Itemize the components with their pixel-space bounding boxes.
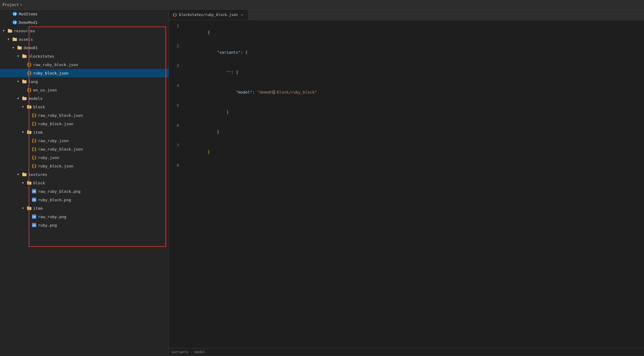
chevron-lang bbox=[16, 79, 21, 84]
sidebar-inner: C# ModItems C# DemoMod1 bbox=[0, 10, 169, 229]
ruby-block-json-2-label: ruby_block.json bbox=[38, 122, 73, 126]
token: { bbox=[207, 30, 210, 35]
token: "model" bbox=[207, 90, 252, 94]
breadcrumb-bar: variants › model bbox=[169, 348, 644, 356]
tree-item-block-folder-1[interactable]: block bbox=[0, 103, 169, 111]
ruby-json-label: ruby.json bbox=[38, 155, 59, 160]
raw-ruby-block-json-1-label: raw_ruby_block.json bbox=[33, 62, 78, 67]
tab-close-button[interactable]: × bbox=[240, 12, 245, 17]
chevron-blockstates bbox=[16, 54, 21, 59]
tree-item-ruby-block-json-1[interactable]: {} ruby_block.json bbox=[0, 69, 169, 77]
code-content-6: } bbox=[184, 122, 644, 142]
png-icon-3: IMG bbox=[31, 214, 37, 219]
tree-item-demomod1[interactable]: C# DemoMod1 bbox=[0, 18, 169, 27]
code-editor[interactable]: 1 { 2 "variants": { 3 "": { bbox=[169, 20, 644, 348]
tree-item-textures[interactable]: textures bbox=[0, 170, 169, 179]
code-line-3: 3 "": { bbox=[169, 62, 644, 82]
chevron-block-2 bbox=[21, 180, 25, 185]
line-num-1: 1 bbox=[169, 23, 184, 29]
tree-item-lang[interactable]: lang bbox=[0, 77, 169, 86]
line-num-6: 6 bbox=[169, 122, 184, 129]
code-line-2: 2 "variants": { bbox=[169, 43, 644, 62]
tree-item-en-us-json[interactable]: {} en_us.json bbox=[0, 86, 169, 94]
token: "variants" bbox=[207, 50, 241, 55]
tree-item-ruby-block-json-2[interactable]: {} ruby_block.json bbox=[0, 119, 169, 128]
tree-item-models[interactable]: models bbox=[0, 94, 169, 103]
ruby-block-json-3-label: ruby_block.json bbox=[38, 164, 73, 168]
tree-item-assets[interactable]: assets bbox=[0, 35, 169, 43]
json-icon-1: {} bbox=[27, 62, 32, 67]
svg-text:IMG: IMG bbox=[33, 190, 36, 192]
tree-item-block-folder-2[interactable]: block bbox=[0, 179, 169, 187]
tree-item-ruby-block-png[interactable]: IMG ruby_block.png bbox=[0, 195, 169, 204]
project-chevron: ▾ bbox=[20, 3, 22, 6]
token: { bbox=[236, 70, 238, 75]
png-icon-2: IMG bbox=[31, 197, 37, 202]
tree-item-moditems[interactable]: C# ModItems bbox=[0, 10, 169, 18]
code-line-1: 1 { bbox=[169, 23, 644, 43]
main-layout: C# ModItems C# DemoMod1 bbox=[0, 10, 644, 356]
raw-ruby-block-png-label: raw_ruby_block.png bbox=[38, 189, 80, 194]
tab-filename: blockstates/ruby_block.json bbox=[179, 13, 238, 17]
line-num-4: 4 bbox=[169, 82, 184, 89]
tree-item-raw-ruby-block-json-2[interactable]: {} raw_ruby_block.json bbox=[0, 111, 169, 119]
tree-item-item-folder-2[interactable]: item bbox=[0, 204, 169, 212]
line-num-3: 3 bbox=[169, 62, 184, 69]
tree-item-raw-ruby-block-json-3[interactable]: {} raw_ruby_block.json bbox=[0, 145, 169, 153]
token: : bbox=[252, 90, 257, 94]
chevron-resources bbox=[1, 28, 6, 33]
lang-label: lang bbox=[28, 79, 38, 84]
cs-icon-moditems: C# bbox=[12, 11, 17, 17]
code-line-6: 6 } bbox=[169, 122, 644, 142]
tree-item-demo01[interactable]: demo01 bbox=[0, 43, 169, 52]
tree-item-ruby-block-json-3[interactable]: {} ruby_block.json bbox=[0, 162, 169, 170]
chevron-item-2 bbox=[21, 206, 25, 211]
tree-item-raw-ruby-json[interactable]: {} raw_ruby.json bbox=[0, 136, 169, 145]
tree-item-item-folder-1[interactable]: item bbox=[0, 128, 169, 136]
code-content-7: } bbox=[184, 142, 644, 162]
raw-ruby-json-label: raw_ruby.json bbox=[38, 138, 69, 143]
project-title[interactable]: Project ▾ bbox=[2, 2, 22, 7]
raw-ruby-block-json-2-label: raw_ruby_block.json bbox=[38, 113, 83, 118]
resources-label: resources bbox=[14, 29, 35, 33]
tree-item-raw-ruby-png[interactable]: IMG raw_ruby.png bbox=[0, 212, 169, 221]
tree-item-blockstates[interactable]: blockstates bbox=[0, 52, 169, 60]
folder-icon-resources bbox=[7, 28, 13, 33]
tree-item-ruby-png[interactable]: IMG ruby.png bbox=[0, 221, 169, 229]
folder-icon-item-2 bbox=[27, 205, 32, 211]
token: "demo01 bbox=[257, 90, 274, 94]
tree-item-raw-ruby-block-json-1[interactable]: {} raw_ruby_block.json bbox=[0, 60, 169, 69]
json-icon-3: {} bbox=[31, 113, 37, 118]
token: : bbox=[231, 70, 236, 75]
code-line-5: 5 } bbox=[169, 102, 644, 122]
raw-ruby-png-label: raw_ruby.png bbox=[38, 215, 66, 219]
line-num-5: 5 bbox=[169, 102, 184, 109]
json-icon-4: {} bbox=[31, 121, 37, 126]
chevron-item-1 bbox=[21, 130, 25, 135]
item-folder-2-label: item bbox=[33, 206, 43, 211]
editor-tab[interactable]: {} blockstates/ruby_block.json × bbox=[169, 10, 248, 20]
png-icon-1: IMG bbox=[31, 189, 37, 194]
tab-bar: {} blockstates/ruby_block.json × bbox=[169, 10, 644, 20]
demo01-label: demo01 bbox=[24, 46, 38, 50]
folder-icon-demo01 bbox=[17, 45, 22, 50]
ruby-png-label: ruby.png bbox=[38, 223, 57, 227]
breadcrumb-sep-1: › bbox=[191, 350, 193, 354]
chevron-assets bbox=[6, 37, 11, 42]
json-icon-6: {} bbox=[31, 146, 37, 152]
blockstates-label: blockstates bbox=[28, 54, 54, 59]
tree-item-ruby-json[interactable]: {} ruby.json bbox=[0, 153, 169, 162]
code-content-1: { bbox=[184, 23, 644, 43]
folder-icon-assets bbox=[12, 37, 17, 42]
chevron-block-1 bbox=[21, 104, 25, 109]
token: } bbox=[207, 110, 229, 114]
folder-icon-block-1 bbox=[27, 104, 32, 110]
tree-item-resources[interactable]: resources bbox=[0, 27, 169, 35]
folder-icon-textures bbox=[22, 172, 27, 177]
token: } bbox=[207, 150, 210, 154]
tree-item-raw-ruby-block-png[interactable]: IMG raw_ruby_block.png bbox=[0, 187, 169, 195]
svg-text:C#: C# bbox=[13, 21, 17, 24]
json-icon-5: {} bbox=[31, 138, 37, 143]
sidebar[interactable]: C# ModItems C# DemoMod1 bbox=[0, 10, 169, 356]
textures-label: textures bbox=[28, 172, 47, 177]
